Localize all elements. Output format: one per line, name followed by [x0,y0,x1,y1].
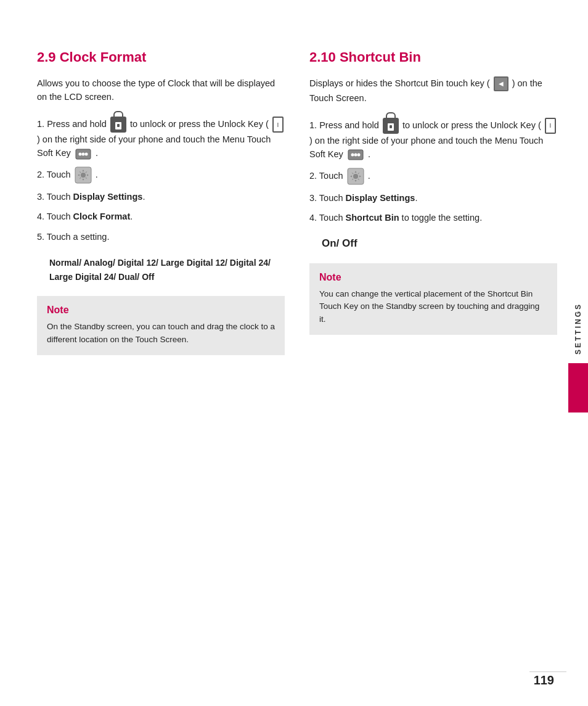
right-note-title: Note [319,272,547,283]
step-bold: Display Settings [346,193,415,203]
step-number: 3. Touch [37,192,73,202]
right-note-box: Note You can change the vertical placeme… [309,263,557,335]
step-number: 2. Touch [37,170,73,179]
right-steps: 1. Press and hold to unlock or press the… [309,118,557,225]
step-text: . [368,170,370,180]
step-number: 5. Touch a setting. [37,232,109,242]
svg-point-1 [78,152,81,155]
list-item: 4. Touch Shortcut Bin to toggle the sett… [309,211,557,224]
list-item: 4. Touch Clock Format. [37,210,285,223]
step-number: 4. Touch [37,211,73,221]
svg-point-5 [81,173,86,178]
lock-icon [383,118,399,134]
svg-point-11 [353,174,358,179]
settings-options: Normal/ Analog/ Digital 12/ Large Digita… [49,256,285,284]
step-number: 1. [37,119,47,129]
intro-text-before: Displays or hides the Shortcut Bin touch… [309,78,490,88]
step-number: 1. [309,120,319,129]
step-text: . [142,192,145,202]
step-text: ) on the right side of your phone and to… [37,134,271,158]
gear-icon [75,166,92,184]
right-title: 2.10 Shortcut Bin [309,49,557,65]
right-note-text: You can change the vertical placement of… [319,288,547,327]
settings-bar [568,363,588,413]
lock-icon [110,117,126,133]
list-item: 1. Press and hold to unlock or press the… [37,117,285,160]
key-icon: | [272,117,284,133]
step-text: . [130,211,133,221]
svg-point-7 [351,154,354,157]
step-text: Press and hold [319,120,382,129]
step-bold: Display Settings [73,192,143,202]
step-text: ) on the right side of your phone and to… [309,136,543,159]
left-note-title: Note [47,305,275,316]
settings-label: SETTINGS [570,293,586,363]
step-bold: Shortcut Bin [346,213,399,223]
settings-sidebar: SETTINGS [568,293,588,412]
step-number: 2. Touch [309,170,346,180]
gear-icon [347,168,364,185]
left-title: 2.9 Clock Format [37,49,285,65]
svg-point-8 [354,154,357,157]
list-item: 3. Touch Display Settings. [309,191,557,205]
step-text: . [96,148,98,158]
svg-point-2 [81,152,84,155]
right-column: 2.10 Shortcut Bin Displays or hides the … [309,49,557,355]
menu-icon [347,149,364,161]
svg-point-3 [84,152,88,155]
left-steps: 1. Press and hold to unlock or press the… [37,117,285,244]
step-text: . [368,149,370,159]
page-divider [529,671,566,672]
list-item: 2. Touch . [37,166,285,184]
left-intro: Allows you to choose the type of Clock t… [37,76,285,104]
list-item: 3. Touch Display Settings. [37,190,285,203]
step-text: to unlock or press the Unlock Key ( [130,119,269,129]
list-item: 1. Press and hold to unlock or press the… [309,118,557,162]
right-intro: Displays or hides the Shortcut Bin touch… [309,76,557,105]
step-bold: Clock Format [73,211,131,221]
step-text: Press and hold [47,119,109,129]
left-note-text: On the Standby screen, you can touch and… [47,321,275,347]
step-text: to unlock or press the Unlock Key ( [402,120,541,129]
left-column: 2.9 Clock Format Allows you to choose th… [37,49,285,355]
svg-point-9 [357,154,360,157]
step-text: . [96,170,98,179]
back-icon [494,76,508,91]
step-number: 3. Touch [309,193,346,203]
menu-icon [75,148,92,160]
page-number: 119 [534,673,554,688]
list-item: 2. Touch . [309,168,557,185]
left-note-box: Note On the Standby screen, you can touc… [37,296,285,355]
list-item: 5. Touch a setting. [37,230,285,244]
step-text: . [415,193,417,203]
on-off-text: On/ Off [322,237,557,250]
step-text: to toggle the setting. [399,213,483,223]
step-number: 4. Touch [309,213,346,223]
key-icon: | [545,118,556,134]
